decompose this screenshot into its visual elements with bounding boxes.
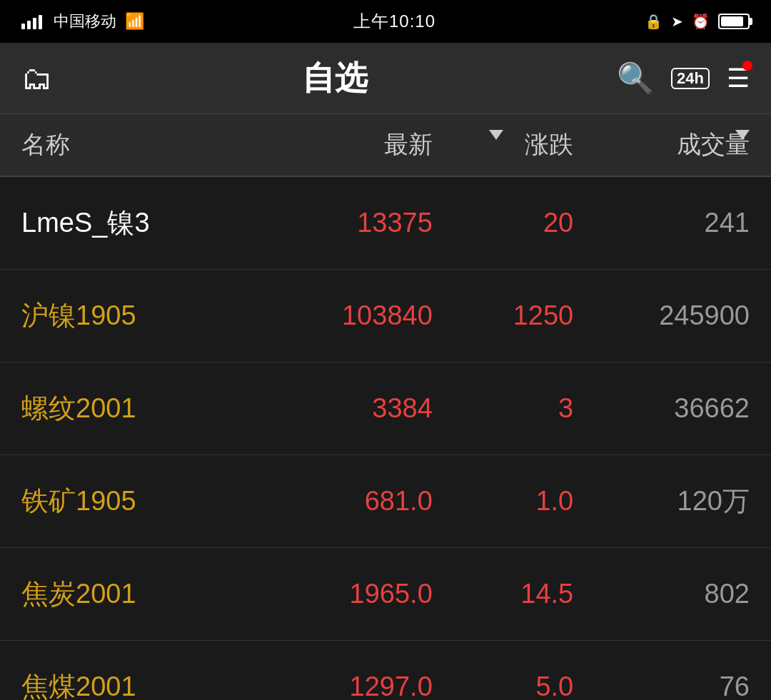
wifi-icon: 📶 <box>125 12 144 31</box>
status-bar: 中国移动 📶 上午10:10 🔒 ➤ ⏰ <box>0 0 771 43</box>
location-icon: ➤ <box>671 13 683 30</box>
table-row[interactable]: 焦炭2001 1965.0 14.5 802 <box>0 548 771 641</box>
alarm-icon: ⏰ <box>692 13 710 30</box>
carrier-name: 中国移动 <box>54 11 116 32</box>
stock-latest: 13375 <box>256 208 433 238</box>
col-header-latest: 最新 <box>256 128 433 161</box>
stock-volume: 120万 <box>573 483 750 519</box>
table-row[interactable]: 焦煤2001 1297.0 5.0 76 <box>0 641 771 700</box>
battery-icon <box>718 14 750 29</box>
stock-change: 1250 <box>433 300 573 331</box>
signal-icon <box>21 14 42 29</box>
search-icon[interactable]: 🔍 <box>617 61 654 96</box>
stock-name: 沪镍1905 <box>21 298 256 334</box>
sort-arrow-change <box>489 130 503 140</box>
nav-bar: 🗂 自选 🔍 24h ☰ <box>0 43 771 114</box>
stock-latest: 681.0 <box>256 486 433 517</box>
menu-icon[interactable]: ☰ <box>727 64 750 93</box>
stock-volume: 245900 <box>573 300 750 331</box>
nav-right: 🔍 24h ☰ <box>617 61 750 96</box>
stock-name: 焦炭2001 <box>21 576 256 612</box>
stock-volume: 36662 <box>573 393 750 424</box>
stock-name: 焦煤2001 <box>21 669 256 700</box>
table-row[interactable]: LmeS_镍3 13375 20 241 <box>0 177 771 270</box>
stock-name: LmeS_镍3 <box>21 205 256 241</box>
watchlist-table: LmeS_镍3 13375 20 241 沪镍1905 103840 1250 … <box>0 177 771 700</box>
stock-name: 螺纹2001 <box>21 390 256 427</box>
stock-latest: 103840 <box>256 300 433 331</box>
stock-name: 铁矿1905 <box>21 483 256 519</box>
stock-volume: 241 <box>573 208 750 238</box>
stock-latest: 3384 <box>256 393 433 424</box>
sort-arrow-volume <box>735 130 750 140</box>
stock-volume: 802 <box>573 579 750 609</box>
table-row[interactable]: 沪镍1905 103840 1250 245900 <box>0 270 771 362</box>
notification-dot <box>742 61 752 71</box>
stock-change: 1.0 <box>433 486 573 517</box>
stock-change: 20 <box>433 208 573 238</box>
table-row[interactable]: 铁矿1905 681.0 1.0 120万 <box>0 455 771 548</box>
lock-icon: 🔒 <box>645 13 662 30</box>
col-header-name: 名称 <box>21 128 256 161</box>
stock-change: 14.5 <box>433 579 573 609</box>
nav-title: 自选 <box>53 56 617 101</box>
stock-change: 3 <box>433 393 573 424</box>
stock-latest: 1297.0 <box>256 671 433 700</box>
status-right-icons: 🔒 ➤ ⏰ <box>645 13 750 30</box>
col-header-volume[interactable]: 成交量 <box>573 128 750 161</box>
folder-icon[interactable]: 🗂 <box>21 61 53 96</box>
status-time: 上午10:10 <box>353 10 435 33</box>
stock-latest: 1965.0 <box>256 579 433 609</box>
stock-change: 5.0 <box>433 671 573 700</box>
stock-volume: 76 <box>573 671 750 700</box>
table-header: 名称 最新 涨跌 成交量 <box>0 114 771 177</box>
table-row[interactable]: 螺纹2001 3384 3 36662 <box>0 362 771 455</box>
chart-24h-icon[interactable]: 24h <box>671 68 710 89</box>
nav-left[interactable]: 🗂 <box>21 61 53 96</box>
status-left: 中国移动 📶 <box>21 11 144 32</box>
